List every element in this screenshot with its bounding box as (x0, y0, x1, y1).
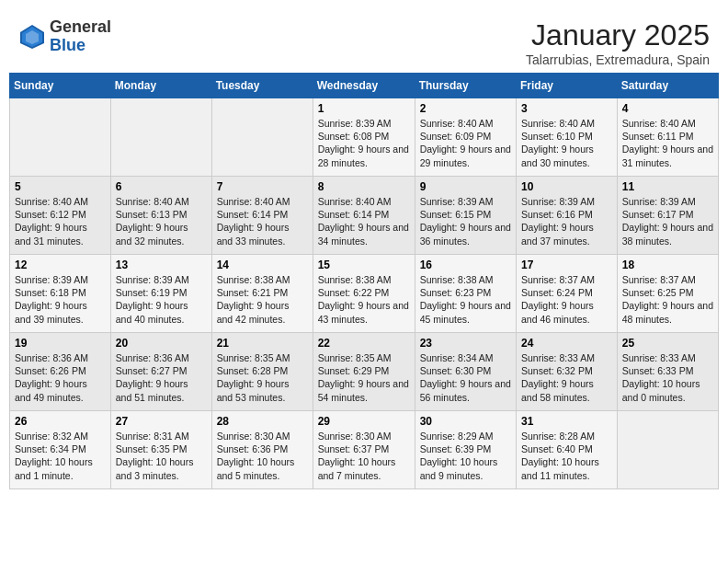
day-info: Sunrise: 8:39 AMSunset: 6:17 PMDaylight:… (622, 195, 713, 247)
calendar-table: SundayMondayTuesdayWednesdayThursdayFrid… (9, 73, 719, 489)
calendar-cell: 9Sunrise: 8:39 AMSunset: 6:15 PMDaylight… (415, 177, 516, 255)
calendar-cell: 26Sunrise: 8:32 AMSunset: 6:34 PMDayligh… (10, 411, 111, 489)
calendar-cell: 30Sunrise: 8:29 AMSunset: 6:39 PMDayligh… (415, 411, 516, 489)
day-info: Sunrise: 8:39 AMSunset: 6:19 PMDaylight:… (116, 273, 207, 326)
weekday-header-saturday: Saturday (617, 74, 718, 98)
calendar-cell: 25Sunrise: 8:33 AMSunset: 6:33 PMDayligh… (617, 333, 718, 411)
day-number: 22 (318, 337, 410, 350)
calendar-week-4: 19Sunrise: 8:36 AMSunset: 6:26 PMDayligh… (10, 333, 719, 411)
day-info: Sunrise: 8:30 AMSunset: 6:36 PMDaylight:… (217, 430, 308, 482)
calendar-cell: 3Sunrise: 8:40 AMSunset: 6:10 PMDaylight… (517, 98, 618, 177)
calendar-cell: 24Sunrise: 8:33 AMSunset: 6:32 PMDayligh… (517, 333, 618, 411)
day-number: 1 (318, 102, 410, 115)
day-number: 14 (217, 259, 308, 271)
logo-text: General Blue (50, 18, 111, 55)
calendar-cell: 1Sunrise: 8:39 AMSunset: 6:08 PMDaylight… (313, 98, 415, 177)
calendar-cell: 5Sunrise: 8:40 AMSunset: 6:12 PMDaylight… (10, 177, 111, 255)
calendar-cell: 27Sunrise: 8:31 AMSunset: 6:35 PMDayligh… (110, 411, 211, 489)
day-info: Sunrise: 8:37 AMSunset: 6:24 PMDaylight:… (521, 273, 612, 326)
day-info: Sunrise: 8:31 AMSunset: 6:35 PMDaylight:… (116, 430, 207, 482)
calendar-cell (211, 98, 313, 177)
calendar-cell: 6Sunrise: 8:40 AMSunset: 6:13 PMDaylight… (110, 177, 211, 255)
day-info: Sunrise: 8:35 AMSunset: 6:28 PMDaylight:… (217, 351, 308, 404)
page-header: General Blue January 2025 Talarrubias, E… (9, 9, 719, 73)
calendar-cell: 21Sunrise: 8:35 AMSunset: 6:28 PMDayligh… (211, 333, 313, 411)
day-number: 2 (420, 102, 511, 115)
calendar-cell: 8Sunrise: 8:40 AMSunset: 6:14 PMDaylight… (313, 177, 415, 255)
day-number: 23 (420, 337, 511, 350)
day-number: 5 (15, 180, 106, 193)
day-info: Sunrise: 8:39 AMSunset: 6:16 PMDaylight:… (521, 195, 612, 247)
calendar-week-5: 26Sunrise: 8:32 AMSunset: 6:34 PMDayligh… (10, 411, 719, 489)
calendar-cell: 22Sunrise: 8:35 AMSunset: 6:29 PMDayligh… (313, 333, 415, 411)
day-number: 25 (622, 337, 713, 350)
day-number: 3 (521, 102, 612, 115)
location: Talarrubias, Extremadura, Spain (526, 52, 710, 67)
calendar-cell (110, 98, 211, 177)
calendar-cell: 23Sunrise: 8:34 AMSunset: 6:30 PMDayligh… (415, 333, 516, 411)
calendar-cell: 28Sunrise: 8:30 AMSunset: 6:36 PMDayligh… (211, 411, 313, 489)
calendar-cell (617, 411, 718, 489)
day-number: 27 (116, 415, 207, 428)
calendar-cell: 29Sunrise: 8:30 AMSunset: 6:37 PMDayligh… (313, 411, 415, 489)
calendar-cell: 10Sunrise: 8:39 AMSunset: 6:16 PMDayligh… (517, 177, 618, 255)
weekday-header-thursday: Thursday (415, 74, 516, 98)
calendar-week-1: 1Sunrise: 8:39 AMSunset: 6:08 PMDaylight… (10, 98, 719, 177)
day-info: Sunrise: 8:38 AMSunset: 6:22 PMDaylight:… (318, 273, 410, 326)
calendar-cell: 2Sunrise: 8:40 AMSunset: 6:09 PMDaylight… (415, 98, 516, 177)
calendar-cell: 11Sunrise: 8:39 AMSunset: 6:17 PMDayligh… (617, 177, 718, 255)
day-info: Sunrise: 8:39 AMSunset: 6:18 PMDaylight:… (15, 273, 106, 326)
calendar-cell: 18Sunrise: 8:37 AMSunset: 6:25 PMDayligh… (617, 255, 718, 333)
day-number: 21 (217, 337, 308, 350)
day-info: Sunrise: 8:33 AMSunset: 6:33 PMDaylight:… (622, 351, 713, 404)
day-info: Sunrise: 8:40 AMSunset: 6:14 PMDaylight:… (217, 195, 308, 247)
calendar-cell: 31Sunrise: 8:28 AMSunset: 6:40 PMDayligh… (517, 411, 618, 489)
weekday-header-monday: Monday (110, 74, 211, 98)
day-number: 12 (15, 259, 106, 271)
day-info: Sunrise: 8:38 AMSunset: 6:21 PMDaylight:… (217, 273, 308, 326)
day-info: Sunrise: 8:35 AMSunset: 6:29 PMDaylight:… (318, 351, 410, 404)
day-info: Sunrise: 8:40 AMSunset: 6:09 PMDaylight:… (420, 117, 511, 169)
calendar-cell: 17Sunrise: 8:37 AMSunset: 6:24 PMDayligh… (517, 255, 618, 333)
day-number: 8 (318, 180, 410, 193)
weekday-header-sunday: Sunday (10, 74, 111, 98)
calendar-cell: 16Sunrise: 8:38 AMSunset: 6:23 PMDayligh… (415, 255, 516, 333)
day-info: Sunrise: 8:40 AMSunset: 6:10 PMDaylight:… (521, 117, 612, 169)
day-number: 10 (521, 180, 612, 193)
day-info: Sunrise: 8:32 AMSunset: 6:34 PMDaylight:… (15, 430, 106, 482)
day-number: 7 (217, 180, 308, 193)
day-info: Sunrise: 8:33 AMSunset: 6:32 PMDaylight:… (521, 351, 612, 404)
logo-general: General (50, 18, 111, 37)
calendar-cell: 4Sunrise: 8:40 AMSunset: 6:11 PMDaylight… (617, 98, 718, 177)
day-number: 16 (420, 259, 511, 271)
day-number: 20 (116, 337, 207, 350)
calendar-cell: 7Sunrise: 8:40 AMSunset: 6:14 PMDaylight… (211, 177, 313, 255)
calendar-cell (10, 98, 111, 177)
calendar-cell: 19Sunrise: 8:36 AMSunset: 6:26 PMDayligh… (10, 333, 111, 411)
day-info: Sunrise: 8:38 AMSunset: 6:23 PMDaylight:… (420, 273, 511, 326)
day-info: Sunrise: 8:39 AMSunset: 6:08 PMDaylight:… (318, 117, 410, 169)
day-info: Sunrise: 8:39 AMSunset: 6:15 PMDaylight:… (420, 195, 511, 247)
day-number: 24 (521, 337, 612, 350)
logo-blue: Blue (50, 37, 111, 55)
day-number: 28 (217, 415, 308, 428)
day-number: 13 (116, 259, 207, 271)
day-number: 31 (521, 415, 612, 428)
day-number: 15 (318, 259, 410, 271)
day-number: 4 (622, 102, 713, 115)
day-number: 30 (420, 415, 511, 428)
logo: General Blue (18, 18, 111, 55)
day-number: 11 (622, 180, 713, 193)
day-info: Sunrise: 8:29 AMSunset: 6:39 PMDaylight:… (420, 430, 511, 482)
logo-icon (18, 23, 46, 51)
day-info: Sunrise: 8:28 AMSunset: 6:40 PMDaylight:… (521, 430, 612, 482)
day-number: 18 (622, 259, 713, 271)
day-info: Sunrise: 8:40 AMSunset: 6:12 PMDaylight:… (15, 195, 106, 247)
day-number: 9 (420, 180, 511, 193)
day-info: Sunrise: 8:36 AMSunset: 6:26 PMDaylight:… (15, 351, 106, 404)
day-number: 26 (15, 415, 106, 428)
day-info: Sunrise: 8:40 AMSunset: 6:14 PMDaylight:… (318, 195, 410, 247)
day-number: 17 (521, 259, 612, 271)
weekday-header-wednesday: Wednesday (313, 74, 415, 98)
day-number: 6 (116, 180, 207, 193)
